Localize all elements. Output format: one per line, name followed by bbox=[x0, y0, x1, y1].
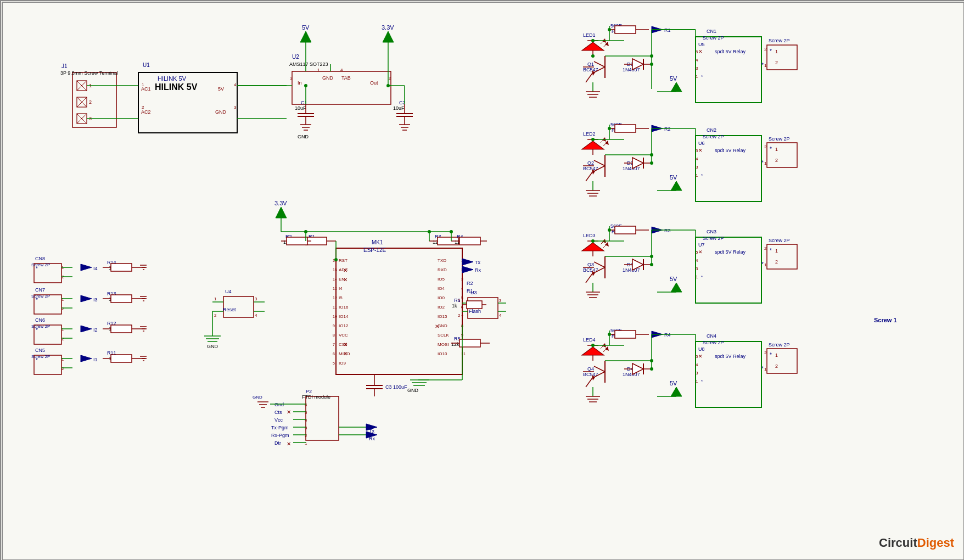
svg-text:1N4007: 1N4007 bbox=[623, 67, 640, 72]
svg-text:5V: 5V bbox=[670, 75, 677, 82]
svg-text:1: 1 bbox=[696, 379, 698, 384]
svg-text:*: * bbox=[701, 379, 703, 384]
svg-text:Rx: Rx bbox=[369, 436, 375, 441]
svg-text:Tx: Tx bbox=[475, 260, 480, 265]
svg-text:2: 2 bbox=[305, 433, 307, 438]
svg-text:3: 3 bbox=[696, 371, 698, 376]
svg-text:1: 1 bbox=[305, 441, 307, 446]
svg-text:1N4007: 1N4007 bbox=[623, 166, 640, 171]
svg-text:MK1: MK1 bbox=[372, 239, 383, 245]
svg-text:R4: R4 bbox=[664, 332, 671, 338]
svg-rect-339 bbox=[615, 26, 636, 33]
svg-text:10uF: 10uF bbox=[393, 105, 405, 111]
svg-text:4: 4 bbox=[696, 58, 698, 63]
svg-text:1: 1 bbox=[775, 147, 778, 152]
svg-text:Rx: Rx bbox=[475, 267, 481, 273]
svg-text:IO15: IO15 bbox=[438, 314, 447, 319]
svg-text:P2: P2 bbox=[306, 389, 312, 394]
svg-text:Q2: Q2 bbox=[587, 160, 594, 166]
svg-text:1: 1 bbox=[214, 296, 217, 301]
svg-text:✕: ✕ bbox=[343, 267, 348, 273]
svg-text:1: 1 bbox=[61, 297, 64, 302]
svg-text:5: 5 bbox=[333, 361, 335, 365]
svg-text:Screw 1: Screw 1 bbox=[874, 317, 897, 323]
svg-text:C3  100uF: C3 100uF bbox=[385, 384, 407, 390]
svg-text:I4: I4 bbox=[93, 266, 98, 271]
svg-text:2: 2 bbox=[775, 60, 778, 65]
svg-text:R2: R2 bbox=[467, 281, 473, 286]
svg-text:2: 2 bbox=[214, 313, 217, 318]
svg-text:CN2: CN2 bbox=[707, 127, 716, 133]
svg-text:4: 4 bbox=[461, 287, 463, 290]
svg-text:4: 4 bbox=[305, 418, 307, 423]
svg-text:10: 10 bbox=[333, 315, 337, 318]
svg-text:1: 1 bbox=[142, 82, 144, 87]
svg-text:I4: I4 bbox=[339, 286, 343, 291]
svg-text:Screw 2P: Screw 2P bbox=[703, 236, 724, 241]
svg-text:5: 5 bbox=[461, 296, 463, 300]
svg-text:✕: ✕ bbox=[343, 351, 348, 357]
svg-text:GND: GND bbox=[215, 109, 227, 115]
svg-text:TXD: TXD bbox=[438, 258, 446, 263]
svg-text:IO0: IO0 bbox=[438, 295, 445, 300]
svg-text:Tx-Pgm: Tx-Pgm bbox=[271, 425, 289, 430]
svg-text:2: 2 bbox=[142, 105, 144, 110]
svg-text:2: 2 bbox=[89, 99, 92, 105]
svg-text:*: * bbox=[770, 48, 772, 54]
svg-text:IO16: IO16 bbox=[339, 305, 349, 310]
svg-text:*: * bbox=[701, 173, 703, 178]
svg-text:LED1: LED1 bbox=[583, 32, 596, 38]
svg-rect-286 bbox=[111, 325, 132, 333]
svg-text:ESP-12E: ESP-12E bbox=[363, 247, 386, 253]
svg-rect-202 bbox=[467, 301, 482, 309]
svg-text:*: * bbox=[36, 327, 38, 333]
svg-text:RXD: RXD bbox=[438, 267, 447, 272]
svg-text:LED3: LED3 bbox=[583, 233, 596, 238]
svg-text:5V: 5V bbox=[218, 86, 224, 92]
svg-text:Screw 2P: Screw 2P bbox=[31, 324, 50, 329]
svg-text:*: * bbox=[761, 160, 764, 166]
svg-text:✕: ✕ bbox=[698, 148, 703, 153]
svg-text:Screw 2P: Screw 2P bbox=[769, 136, 790, 142]
svg-text:7: 7 bbox=[461, 315, 463, 318]
svg-text:Dtr: Dtr bbox=[274, 440, 281, 446]
svg-text:2: 2 bbox=[775, 363, 778, 369]
svg-text:2: 2 bbox=[458, 313, 461, 318]
svg-point-583 bbox=[650, 153, 653, 156]
svg-text:*: * bbox=[701, 275, 703, 279]
svg-text:3: 3 bbox=[696, 66, 698, 71]
svg-text:R2: R2 bbox=[664, 126, 671, 132]
svg-text:R6: R6 bbox=[454, 298, 461, 303]
svg-text:LED4: LED4 bbox=[583, 337, 596, 343]
svg-text:HILINK 5V: HILINK 5V bbox=[158, 75, 187, 82]
svg-text:1: 1 bbox=[696, 74, 698, 79]
svg-text:1: 1 bbox=[696, 173, 698, 178]
svg-text:I1: I1 bbox=[93, 357, 98, 362]
svg-rect-192 bbox=[459, 237, 480, 245]
svg-text:spdt 5V Relay: spdt 5V Relay bbox=[715, 49, 746, 54]
svg-text:CN1: CN1 bbox=[707, 29, 716, 34]
svg-text:7: 7 bbox=[333, 343, 335, 346]
svg-text:Cts: Cts bbox=[274, 410, 282, 415]
svg-text:6: 6 bbox=[333, 352, 335, 356]
svg-rect-451 bbox=[615, 226, 636, 234]
svg-text:Screw 2P: Screw 2P bbox=[31, 262, 50, 267]
svg-point-76 bbox=[304, 84, 307, 87]
svg-text:1: 1 bbox=[775, 352, 778, 358]
svg-text:U7: U7 bbox=[698, 242, 705, 248]
svg-text:✕: ✕ bbox=[343, 341, 348, 348]
svg-text:✕: ✕ bbox=[287, 441, 291, 447]
svg-text:*: * bbox=[761, 366, 764, 372]
svg-text:C1: C1 bbox=[301, 100, 307, 105]
svg-text:11: 11 bbox=[461, 352, 466, 356]
svg-text:✕: ✕ bbox=[287, 409, 291, 415]
svg-text:J1: J1 bbox=[61, 63, 68, 69]
svg-text:1: 1 bbox=[317, 68, 320, 72]
svg-text:IO5: IO5 bbox=[438, 277, 445, 282]
svg-text:GND: GND bbox=[253, 395, 262, 400]
svg-text:I5: I5 bbox=[339, 295, 343, 300]
svg-text:LED2: LED2 bbox=[583, 131, 596, 137]
svg-text:GND: GND bbox=[322, 75, 334, 81]
svg-text:In: In bbox=[298, 80, 302, 86]
svg-text:CN8: CN8 bbox=[35, 256, 45, 261]
